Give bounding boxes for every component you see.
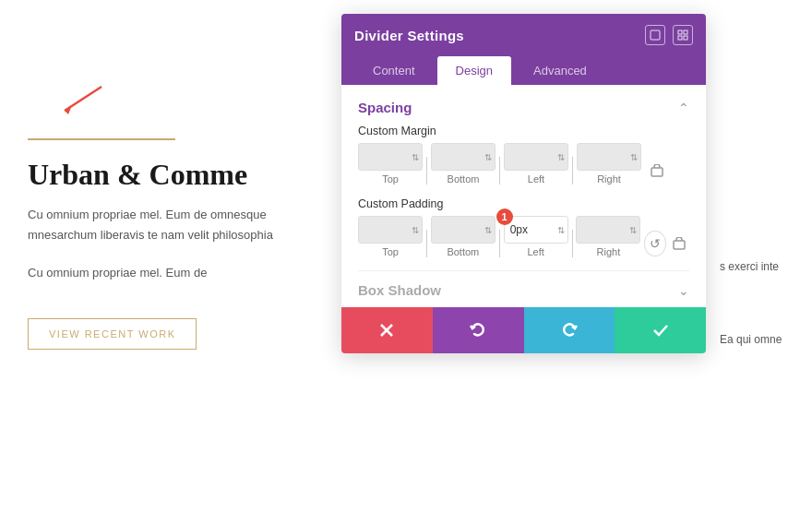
padding-right-label: Right [597,246,621,257]
margin-top-field: ⇅ Top [358,143,423,185]
spacing-title: Spacing [358,100,412,115]
margin-right-field: ⇅ Right [577,143,641,185]
right-text-2: Ea qui omne [720,331,803,349]
box-shadow-title: Box Shadow [358,282,441,298]
tab-design[interactable]: Design [437,56,511,85]
margin-left-link-icon: ⇅ [557,152,565,162]
margin-bottom-label: Bottom [448,173,480,185]
svg-rect-4 [684,30,687,34]
right-background-text: s exerci inte Ea qui omne [720,258,803,349]
margin-right-label: Right [597,173,621,185]
box-shadow-section-header: Box Shadow ⌄ [358,270,689,307]
page-heading: Urban & Comme [28,157,314,192]
padding-reset-icon[interactable]: ↺ [644,231,665,256]
redo-button[interactable] [524,307,615,353]
panel-header: Divider Settings [341,14,706,56]
padding-top-label: Top [382,246,399,257]
panel-header-icons [645,25,693,45]
margin-fields-row: ⇅ Top ⇅ Bottom ⇅ Left [358,143,689,185]
padding-top-link-icon: ⇅ [412,225,419,235]
padding-top-field: ⇅ Top [358,216,423,257]
settings-panel: Divider Settings Content Design Advanced… [341,14,706,353]
svg-rect-8 [674,241,685,249]
panel-body: Spacing ⌃ Custom Margin ⇅ Top ⇅ Bottom [341,85,706,307]
right-text-1: s exerci inte [720,258,803,276]
padding-divider-1 [426,230,427,257]
margin-responsive-icon[interactable] [645,160,669,184]
padding-bottom-label: Bottom [447,246,479,257]
divider-line [28,138,175,140]
padding-bottom-field: ⇅ Bottom [431,216,496,257]
svg-rect-3 [678,30,682,34]
panel-footer [341,307,706,353]
padding-fields-row: ⇅ Top ⇅ Bottom 1 ⇅ Left [358,216,689,257]
arrow-indicator [55,83,106,125]
padding-right-link-icon: ⇅ [629,225,637,235]
margin-right-link-icon: ⇅ [630,152,638,162]
margin-divider-1 [426,157,427,185]
padding-left-label: Left [527,246,543,257]
padding-responsive-icon[interactable] [670,232,689,256]
padding-bottom-link-icon: ⇅ [484,225,492,235]
margin-bottom-field: ⇅ Bottom [431,143,496,185]
panel-tabs: Content Design Advanced [341,56,706,85]
svg-rect-5 [678,36,682,40]
tab-content[interactable]: Content [354,56,434,85]
custom-padding-label: Custom Padding [358,197,689,210]
panel-title: Divider Settings [354,28,464,43]
padding-badge: 1 [496,208,513,225]
svg-rect-2 [651,30,660,40]
cancel-button[interactable] [341,307,433,353]
grid-icon[interactable] [673,25,693,45]
page-body-2: Cu omnium propriae mel. Eum de [28,263,314,283]
padding-left-link-icon: ⇅ [557,225,565,235]
margin-top-link-icon: ⇅ [412,152,419,162]
margin-bottom-link-icon: ⇅ [484,152,492,162]
margin-left-field: ⇅ Left [504,143,568,185]
svg-rect-6 [684,36,687,40]
margin-top-label: Top [382,173,399,185]
tab-advanced[interactable]: Advanced [515,56,605,85]
page-content-area: Urban & Comme Cu omnium propriae mel. Eu… [0,0,341,512]
svg-rect-7 [651,168,663,176]
padding-divider-3 [572,230,573,257]
padding-right-field: ⇅ Right [576,216,640,257]
padding-divider-2 [499,230,500,257]
custom-margin-label: Custom Margin [358,125,689,137]
padding-left-field: 1 ⇅ Left [504,216,568,257]
page-body-1: Cu omnium propriae mel. Eum de omnesque … [28,205,314,245]
margin-divider-2 [499,157,500,185]
margin-divider-3 [572,157,573,185]
box-shadow-chevron[interactable]: ⌄ [678,283,689,298]
view-recent-work-button[interactable]: VIEW RECENT WORK [28,318,197,350]
resize-icon[interactable] [645,25,665,45]
undo-button[interactable] [433,307,524,353]
margin-left-label: Left [528,173,544,185]
save-button[interactable] [615,307,706,353]
spacing-chevron[interactable]: ⌃ [678,101,689,115]
spacing-section-header: Spacing ⌃ [358,100,689,115]
